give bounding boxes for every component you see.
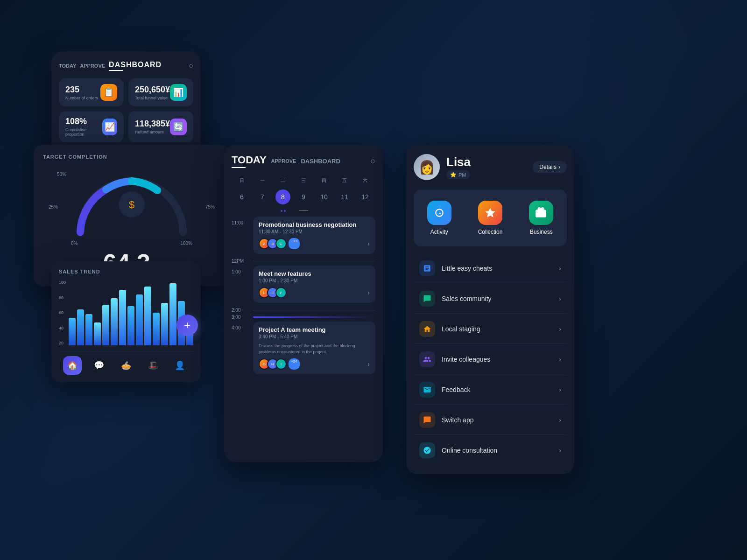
event-2-avatars: D E F [259, 287, 287, 298]
bar-chart: 100 80 60 40 20 + [59, 280, 193, 345]
bar-12 [161, 303, 168, 345]
date-6[interactable]: 6 [234, 189, 249, 204]
feedback-chevron: › [559, 386, 561, 393]
nav-notifications[interactable]: 🎩 [144, 356, 162, 375]
cal-underline [232, 167, 246, 168]
activity-label: Activity [430, 229, 448, 235]
menu-item-cheats[interactable]: Little easy cheats › [414, 254, 567, 283]
stat-refund: 118,385¥ Refund amount 🔄 [128, 111, 193, 142]
tab-dashboard[interactable]: DASHBOARD [109, 61, 162, 69]
nav-home[interactable]: 🏠 [63, 356, 82, 375]
event-3-desc: Discuss the progress of the project and … [259, 343, 370, 355]
date-12[interactable]: 12 [358, 189, 373, 204]
y-label-100: 100 [59, 280, 66, 285]
gauge-label-50: 50% [57, 172, 66, 177]
time-300: 3:00 [232, 315, 248, 320]
invite-chevron: › [559, 356, 561, 363]
stat-orders: 235 Number of orders 📋 [59, 78, 124, 106]
time-1100: 11:00 [232, 217, 248, 225]
invite-label: Invite colleagues [442, 356, 552, 363]
stat-proportion-value: 108% [65, 117, 102, 126]
menu-item-switch[interactable]: Switch app › [414, 406, 567, 435]
action-icons-row: Activity Collection Business [414, 189, 567, 246]
nav-profile[interactable]: 👤 [170, 356, 189, 375]
proportion-icon: 📈 [102, 119, 117, 135]
event-3-count: +24 [289, 358, 300, 370]
bar-2 [77, 309, 84, 345]
event-promo[interactable]: Promotional business negotiation 11:30 A… [253, 217, 375, 254]
sales-chevron: › [559, 295, 561, 302]
action-business[interactable]: Business [516, 197, 567, 239]
date-9[interactable]: 9 [296, 189, 311, 204]
dashboard-header: TODAY APPROVE DASHBOARD ○ [59, 61, 193, 71]
profile-avatar: 👩 [414, 154, 440, 180]
bar-9 [136, 294, 143, 345]
time-slot-100: 1:00 Meet new features 1:00 PM - 2:30 PM… [232, 266, 375, 303]
details-button[interactable]: Details › [533, 161, 567, 173]
switch-chevron: › [559, 416, 561, 424]
stat-refund-label: Refund amount [135, 130, 170, 134]
gauge-svg: $ [71, 167, 192, 237]
sales-title: SALES TREND [59, 269, 193, 274]
time-slot-340: 4:00 Project A team meeting 3:40 PM - 5:… [232, 322, 375, 374]
stat-funnel-value: 250,650¥ [135, 85, 170, 95]
time-100: 1:00 [232, 266, 248, 274]
time-divider-200 [253, 310, 375, 310]
event-2-arrow[interactable]: › [367, 289, 370, 296]
event-3-arrow[interactable]: › [367, 360, 370, 368]
avatar-3: C [275, 238, 287, 249]
time-300-row: 3:00 [232, 315, 375, 320]
business-label: Business [530, 229, 553, 235]
bar-7 [119, 290, 126, 345]
phone-card-dashboard: TODAY APPROVE DASHBOARD ○ 235 Number of … [51, 51, 201, 155]
menu-item-invite[interactable]: Invite colleagues › [414, 345, 567, 374]
consultation-label: Online consultation [442, 447, 552, 454]
cal-tab-dashboard[interactable]: DASHBOARD [301, 158, 340, 165]
event-meeting[interactable]: Project A team meeting 3:40 PM - 5:40 PM… [253, 322, 375, 374]
staging-label: Local staging [442, 325, 552, 333]
time-200: 2:00 [232, 308, 248, 313]
time-slot-1100: 11:00 Promotional business negotiation 1… [232, 217, 375, 254]
bar-6 [111, 298, 118, 345]
funnel-icon: 📊 [170, 84, 187, 101]
profile-header: 👩 Lisa ⭐ PM Details › [414, 154, 567, 180]
menu-item-feedback[interactable]: Feedback › [414, 375, 567, 405]
nav-chart[interactable]: 🥧 [117, 356, 135, 375]
avatar-9: I [275, 358, 287, 370]
collection-label: Collection [478, 229, 503, 235]
event-1-title: Promotional business negotiation [259, 221, 370, 228]
gauge-label-75: 75% [205, 204, 215, 210]
tab-approve[interactable]: APPROVE [80, 63, 105, 69]
bar-13 [169, 283, 176, 345]
event-1-avatars: A B C +13 [259, 238, 300, 249]
date-10[interactable]: 10 [317, 189, 331, 204]
event-1-arrow[interactable]: › [367, 240, 370, 247]
phone-card-profile: 👩 Lisa ⭐ PM Details › Activity [406, 145, 574, 474]
menu-item-consultation[interactable]: Online consultation › [414, 436, 567, 465]
action-collection[interactable]: Collection [465, 197, 515, 239]
profile-info: Lisa ⭐ PM [446, 155, 471, 179]
sales-icon [419, 291, 435, 307]
date-11[interactable]: 11 [337, 189, 352, 204]
search-icon[interactable]: ○ [189, 62, 193, 70]
tab-today[interactable]: TODAY [59, 63, 76, 69]
event-3-time: 3:40 PM - 5:40 PM [259, 334, 370, 339]
cal-tab-today[interactable]: TODAY [232, 154, 267, 166]
cal-tab-approve[interactable]: APPROVE [271, 158, 296, 164]
event-3-avatars: G H I +24 [259, 358, 300, 370]
date-8-active[interactable]: 8 [275, 189, 290, 204]
menu-item-staging[interactable]: Local staging › [414, 315, 567, 344]
weekday-1: 一 [252, 175, 273, 186]
bar-5 [102, 305, 109, 345]
action-activity[interactable]: Activity [414, 197, 465, 239]
week-dates-row: 6 7 8 9 10 11 12 [232, 189, 375, 204]
weekday-0: 日 [232, 175, 252, 186]
cal-search-icon[interactable]: ○ [370, 156, 375, 166]
fab-add-button[interactable]: + [176, 315, 198, 336]
staging-icon [419, 321, 435, 337]
event-features[interactable]: Meet new features 1:00 PM - 2:30 PM D E … [253, 266, 375, 303]
nav-messages[interactable]: 💬 [90, 356, 108, 375]
menu-item-sales[interactable]: Sales community › [414, 284, 567, 314]
date-7[interactable]: 7 [255, 189, 270, 204]
event-3-title: Project A team meeting [259, 326, 370, 333]
